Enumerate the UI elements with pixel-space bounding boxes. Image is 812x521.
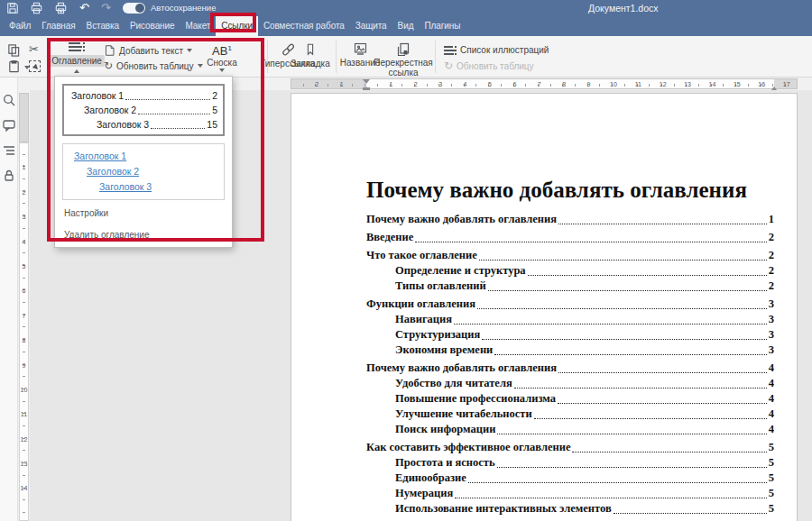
toc-entry[interactable]: Типы оглавлений 2 [366,279,774,294]
toc-style-preview-row: Заголовок 2 [69,164,218,179]
dot-leader [488,290,767,291]
toc-entry[interactable]: Удобство для читателя 4 [366,376,774,391]
ribbon-tab[interactable]: Вставка [81,16,125,36]
add-text-button[interactable]: Добавить текст [104,44,192,57]
footnote-icon: AB1 [212,41,232,58]
undo-icon[interactable]: ↶ [79,0,89,15]
bookmark-icon [304,42,317,57]
toc-entry[interactable]: Что такое оглавление 2 [366,248,774,263]
ribbon-tab[interactable]: Вид [392,16,420,36]
ribbon-tab[interactable]: Файл [4,16,36,36]
toc-page-number: 1 [769,212,774,227]
toc-entry[interactable]: Почему важно добавлять оглавления 1 [366,212,774,227]
dot-leader [415,242,766,242]
illustrations-list-button[interactable]: Список иллюстраций [444,44,549,55]
toc-entry[interactable]: Функции оглавления 3 [366,297,774,312]
toc-entry[interactable]: Почему важно добавлять оглавления 4 [366,361,774,376]
ribbon-tab-bar: Файл Главная Вставка Рисование Макет Ссы… [0,16,812,36]
update-table-button[interactable]: ↻ Обновить таблицу [104,60,203,71]
toc-remove-menu-item[interactable]: Удалить оглавление [62,227,225,243]
bookmark-button[interactable]: Закладка [289,42,332,69]
toc-page-number: 4 [769,407,774,422]
autosave-label: Автосохранение [151,3,216,13]
autosave-toggle[interactable] [123,3,145,14]
dot-leader [494,354,766,355]
dot-leader [558,224,767,224]
toc-entry[interactable]: Поиск информации 4 [366,422,774,437]
toc-page-number: 3 [769,327,774,343]
toc-entry[interactable]: Нумерация 5 [366,486,774,501]
dot-leader [497,467,767,468]
bookmark-label: Закладка [291,59,329,69]
footnote-button[interactable]: AB1 Сноска [197,41,247,75]
toc-page-number: 2 [769,263,774,279]
search-icon[interactable] [2,93,16,107]
toc-style-classic-option[interactable]: Заголовок 12 Заголовок 25 Заголовок 315 [62,84,225,136]
table-of-contents-button[interactable]: Оглавление [52,41,101,75]
toc-page-number: 3 [769,343,774,358]
ribbon-tab[interactable]: Макет [180,16,217,36]
toc-entry[interactable]: Использование интерактивных элементов 5 [366,501,774,516]
cut-icon[interactable]: ✂ [29,42,43,57]
toc-settings-menu-item[interactable]: Настройки [62,206,225,222]
dot-leader [468,482,767,483]
toc-entry[interactable]: Улучшение читабельности 4 [366,407,774,422]
ruler-margin-numbers: 21 [291,79,366,88]
toc-style-links-option[interactable]: Заголовок 1 Заголовок 2 Заголовок 3 [62,143,225,200]
lock-icon[interactable] [2,169,16,183]
cross-reference-button[interactable]: Перекрестная ссылка [375,42,431,78]
chevron-down-icon [187,49,192,55]
update-illustrations-table-label: Обновить таблицу [457,61,534,71]
toc-entry[interactable]: Структуризация 3 [366,327,774,343]
ribbon-tab[interactable]: Ссылки [216,16,258,36]
ribbon-tab[interactable]: Плагины [419,16,466,36]
comments-icon[interactable] [2,118,16,133]
document-page[interactable]: Почему важно добавлять оглавления Почему… [291,93,798,521]
print-icon[interactable] [30,1,43,15]
dot-leader [558,403,767,404]
save-icon[interactable] [6,1,19,15]
toc-page-number: 5 [769,486,774,501]
toc-entry[interactable]: Экономия времени 3 [366,343,774,358]
cross-reference-icon [396,42,411,57]
toc-entry[interactable]: Как составить эффективное оглавление 5 [366,440,774,455]
dot-leader [454,324,767,324]
quick-print-icon[interactable] [54,1,68,15]
toc-entry[interactable]: Введение 2 [366,230,774,245]
toc-page-number: 2 [769,279,774,294]
toc-style-preview-row: Заголовок 315 [69,117,217,132]
dot-leader [614,513,767,514]
toc-entry[interactable]: Единообразие 5 [366,471,774,486]
select-icon[interactable] [29,60,41,72]
navigation-icon[interactable] [2,143,16,158]
redo-icon[interactable]: ↷ [101,0,111,15]
dot-leader [477,308,767,309]
ribbon-tab[interactable]: Главная [36,16,80,36]
ribbon-toolbar: ✂ Оглавление Добавить текст ↻ Обновить т… [0,36,812,78]
paste-button[interactable] [7,60,30,74]
toc-entry[interactable]: Повышение профессионализма 4 [366,391,774,407]
toc-entry[interactable]: Навигация 3 [366,312,774,327]
chevron-down-icon [219,69,225,75]
toc-page-number: 2 [769,248,774,263]
copy-icon[interactable] [7,43,22,58]
group-divider [435,41,436,73]
dot-leader [514,388,767,388]
document-heading: Почему важно добавлять оглавления [366,178,781,203]
vertical-ruler-numbers: 1234567891011121314 [18,142,30,488]
ribbon-tab[interactable]: Рисование [125,16,180,36]
toc-entry[interactable]: Определение и структура 2 [366,263,774,279]
footnote-label: Сноска [207,58,236,68]
toc-page-number: 5 [769,471,774,486]
ruler-numbers: 1234567891011121314151617 [366,79,787,88]
toc-entry[interactable]: Простота и ясность 5 [366,455,774,471]
toc-page-number: 4 [769,376,774,391]
ribbon-tab[interactable]: Совместная работа [258,16,350,36]
cross-reference-label-line2: ссылка [388,68,418,78]
toc-page-number: 4 [769,391,774,407]
toc-page-number: 5 [769,440,774,455]
group-divider [336,41,337,73]
vertical-ruler: 1234567891011121314 [18,78,30,521]
ribbon-tab[interactable]: Защита [350,16,392,36]
dot-leader [482,339,767,340]
